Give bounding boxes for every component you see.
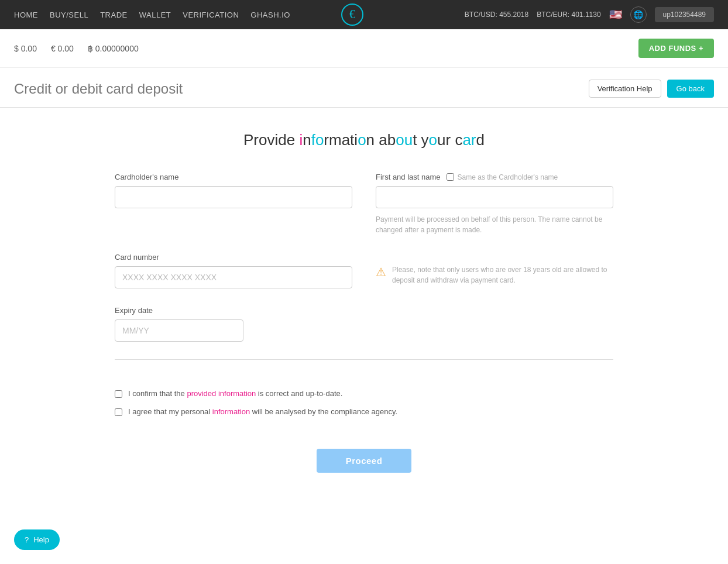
form-row-card: Card number ⚠ Please, note that only use…: [115, 253, 613, 288]
section-divider: [115, 359, 613, 360]
expiry-label: Expiry date: [115, 306, 243, 315]
card-number-col: Card number: [115, 253, 352, 288]
nav-wallet[interactable]: WALLET: [139, 11, 171, 19]
confirm-check-1: I confirm that the provided information …: [115, 389, 613, 398]
first-last-col: First and last name Same as the Cardhold…: [376, 173, 613, 235]
nav-trade[interactable]: TRADE: [100, 11, 128, 19]
warning-col: ⚠ Please, note that only users who are o…: [376, 253, 613, 288]
svg-text:€: €: [349, 8, 355, 20]
cardholder-label: Cardholder's name: [115, 173, 352, 181]
nav-right: BTC/USD: 455.2018 BTC/EUR: 401.1130 🇺🇸 🌐…: [465, 6, 714, 23]
nav-links: HOME BUY/SELL TRADE WALLET VERIFICATION …: [14, 11, 290, 19]
first-last-input[interactable]: [376, 186, 613, 208]
warning-text: Please, note that only users who are ove…: [392, 264, 613, 286]
page-header-actions: Verification Help Go back: [589, 80, 714, 98]
navbar: HOME BUY/SELL TRADE WALLET VERIFICATION …: [0, 0, 728, 29]
confirm-section: I confirm that the provided information …: [115, 377, 613, 443]
expiry-input[interactable]: [115, 319, 243, 342]
section-title: Provide information about your card: [115, 131, 613, 149]
globe-icon[interactable]: 🌐: [630, 6, 647, 23]
same-as-cardholder[interactable]: Same as the Cardholder's name: [447, 173, 558, 181]
eur-balance: € 0.00: [51, 44, 74, 53]
usd-balance: $ 0.00: [14, 44, 37, 53]
nav-home[interactable]: HOME: [14, 11, 38, 19]
first-last-label: First and last name: [376, 173, 441, 181]
cardholder-col: Cardholder's name: [115, 173, 352, 235]
expiry-col: Expiry date: [115, 306, 243, 342]
logo[interactable]: €: [341, 4, 363, 26]
form-row-names: Cardholder's name First and last name Sa…: [115, 173, 613, 235]
btc-usd-price: BTC/USD: 455.2018: [465, 11, 528, 19]
warning-icon: ⚠: [376, 265, 386, 279]
balance-bar: $ 0.00 € 0.00 ฿ 0.00000000 ADD FUNDS +: [0, 29, 728, 68]
add-funds-button[interactable]: ADD FUNDS +: [638, 39, 714, 58]
confirm-label-1: I confirm that the provided information …: [128, 389, 342, 398]
verification-help-button[interactable]: Verification Help: [589, 80, 661, 98]
confirm-checkbox-2[interactable]: [115, 408, 122, 416]
expiry-right-spacer: [267, 306, 613, 342]
payment-note: Payment will be processed on behalf of t…: [376, 214, 613, 235]
nav-verification[interactable]: VERIFICATION: [183, 11, 239, 19]
cardholder-input[interactable]: [115, 186, 352, 208]
nav-ghashio[interactable]: GHASH.IO: [250, 11, 290, 19]
age-warning: ⚠ Please, note that only users who are o…: [376, 264, 613, 286]
card-number-input[interactable]: [115, 266, 352, 288]
go-back-button[interactable]: Go back: [667, 80, 714, 98]
page-title: Credit or debit card deposit: [14, 81, 183, 97]
page-header: Credit or debit card deposit Verificatio…: [0, 68, 728, 108]
card-number-label: Card number: [115, 253, 352, 262]
nav-buysell[interactable]: BUY/SELL: [50, 11, 88, 19]
form-row-expiry: Expiry date: [115, 306, 613, 342]
confirm-checkbox-1[interactable]: [115, 390, 122, 398]
flag-icon[interactable]: 🇺🇸: [609, 8, 622, 21]
same-as-label: Same as the Cardholder's name: [458, 173, 558, 181]
same-as-checkbox[interactable]: [447, 173, 454, 181]
btc-eur-price: BTC/EUR: 401.1130: [537, 11, 600, 19]
main-content: Provide information about your card Card…: [101, 108, 627, 508]
confirm-check-2: I agree that my personal information wil…: [115, 407, 613, 416]
user-account[interactable]: up102354489: [655, 7, 714, 22]
confirm-label-2: I agree that my personal information wil…: [128, 407, 397, 416]
first-last-header: First and last name Same as the Cardhold…: [376, 173, 613, 181]
proceed-section: Proceed: [115, 443, 613, 473]
btc-balance: ฿ 0.00000000: [88, 44, 139, 53]
proceed-button[interactable]: Proceed: [317, 449, 412, 473]
